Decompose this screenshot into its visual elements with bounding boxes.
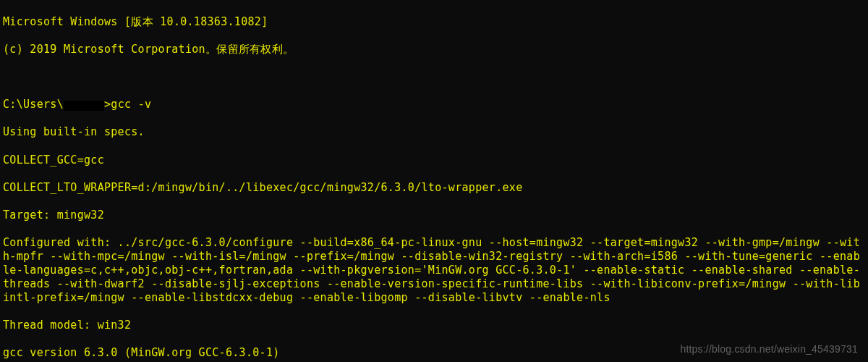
output-collect-gcc: COLLECT_GCC=gcc — [3, 153, 865, 167]
prompt-prefix: C:\Users\ — [3, 98, 64, 111]
output-target: Target: mingw32 — [3, 209, 865, 222]
redacted-username — [64, 101, 104, 111]
output-configured: Configured with: ../src/gcc-6.3.0/config… — [3, 236, 865, 305]
watermark-text: https://blog.csdn.net/weixin_45439731 — [680, 343, 858, 356]
windows-version-line: Microsoft Windows [版本 10.0.18363.1082] — [3, 15, 865, 29]
output-collect-lto: COLLECT_LTO_WRAPPER=d:/mingw/bin/../libe… — [3, 181, 865, 195]
output-using-specs: Using built-in specs. — [3, 125, 865, 139]
copyright-line: (c) 2019 Microsoft Corporation。保留所有权利。 — [3, 43, 865, 56]
terminal-window[interactable]: Microsoft Windows [版本 10.0.18363.1082] (… — [0, 0, 868, 362]
output-thread-model: Thread model: win32 — [3, 319, 865, 332]
blank-line — [3, 70, 865, 84]
prompt-suffix: > — [104, 98, 111, 111]
prompt-line-1: C:\Users\>gcc -v — [3, 98, 865, 111]
command-text: gcc -v — [111, 98, 151, 111]
